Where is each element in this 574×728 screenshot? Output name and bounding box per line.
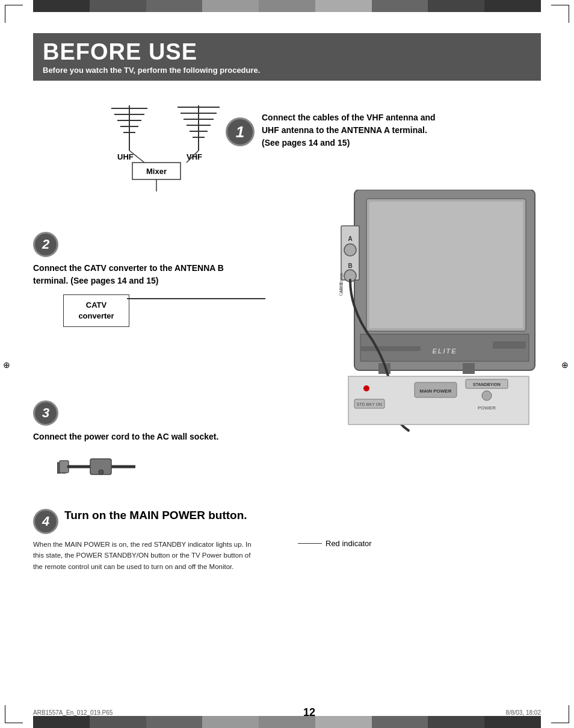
corner-mark-tl — [5, 5, 23, 23]
plug-svg — [57, 452, 135, 482]
main-content: UHF VHF Mixer — [33, 99, 541, 692]
svg-text:Mixer: Mixer — [146, 167, 167, 176]
svg-point-39 — [363, 385, 369, 391]
svg-text:STD BKY ON: STD BKY ON — [357, 402, 382, 406]
svg-text:POWER: POWER — [478, 405, 496, 411]
svg-text:B: B — [348, 263, 352, 269]
footer-left: ARB1557A_En_012_019.P65 — [33, 709, 113, 716]
step1-number: 1 — [226, 117, 255, 146]
page-header: BEFORE USE Before you watch the TV, perf… — [33, 33, 541, 81]
corner-mark-tr — [551, 5, 569, 23]
step3-area: 3 Connect the power cord to the AC wall … — [33, 400, 250, 484]
svg-text:CABLE: CABLE — [339, 282, 343, 296]
svg-point-33 — [344, 244, 356, 256]
tv-illustration: ELITE A B ANTENNA CABLE — [318, 190, 541, 449]
svg-point-44 — [482, 391, 492, 400]
svg-text:UHF: UHF — [117, 152, 134, 161]
page-footer: ARB1557A_En_012_019.P65 12 8/8/03, 18:02 — [33, 706, 541, 719]
power-plug-illustration — [57, 452, 250, 484]
crosshair-left — [3, 359, 13, 369]
corner-mark-bl — [5, 705, 23, 723]
tv-svg: ELITE A B ANTENNA CABLE — [318, 190, 541, 449]
svg-text:MAIN POWER: MAIN POWER — [420, 388, 452, 394]
svg-text:A: A — [348, 235, 352, 242]
step4-area: 4 Turn on the MAIN POWER button. When th… — [33, 509, 256, 572]
step2-circle: 2 — [33, 232, 58, 257]
red-indicator-line — [298, 543, 322, 544]
svg-rect-30 — [493, 341, 526, 349]
svg-point-52 — [99, 470, 103, 474]
step2-text: Connect the CATV converter to the ANTENN… — [33, 262, 250, 287]
step2-area: 2 Connect the CATV converter to the ANTE… — [33, 232, 250, 327]
step4-circle: 4 — [33, 509, 58, 534]
step1-circle: 1 — [226, 117, 255, 146]
svg-rect-29 — [360, 346, 421, 351]
svg-text:STANDBY/ON: STANDBY/ON — [473, 382, 501, 387]
step4-title: Turn on the MAIN POWER button. — [64, 509, 247, 523]
corner-mark-br — [551, 705, 569, 723]
crosshair-right — [561, 359, 571, 369]
svg-text:ELITE: ELITE — [432, 347, 457, 355]
footer-right: 8/8/03, 18:02 — [506, 709, 541, 716]
antenna-svg: UHF VHF Mixer — [93, 102, 244, 193]
page-number: 12 — [303, 706, 315, 719]
page-title: BEFORE USE — [43, 40, 531, 63]
antenna-illustration: UHF VHF Mixer — [93, 102, 244, 193]
svg-rect-28 — [463, 363, 475, 374]
catv-cable-line — [127, 298, 265, 299]
red-indicator-text: Red indicator — [326, 539, 372, 548]
step3-circle: 3 — [33, 400, 58, 426]
catv-box: CATV converter — [63, 294, 129, 327]
step4-body: When the MAIN POWER is on, the red STAND… — [33, 539, 256, 572]
step3-text: Connect the power cord to the AC wall so… — [33, 431, 250, 443]
red-indicator-label: Red indicator — [298, 539, 372, 548]
page-subtitle: Before you watch the TV, perform the fol… — [43, 66, 531, 75]
svg-rect-24 — [369, 202, 523, 328]
color-bars-top — [33, 0, 541, 12]
step1-text: Connect the cables of the VHF antenna an… — [262, 111, 436, 149]
